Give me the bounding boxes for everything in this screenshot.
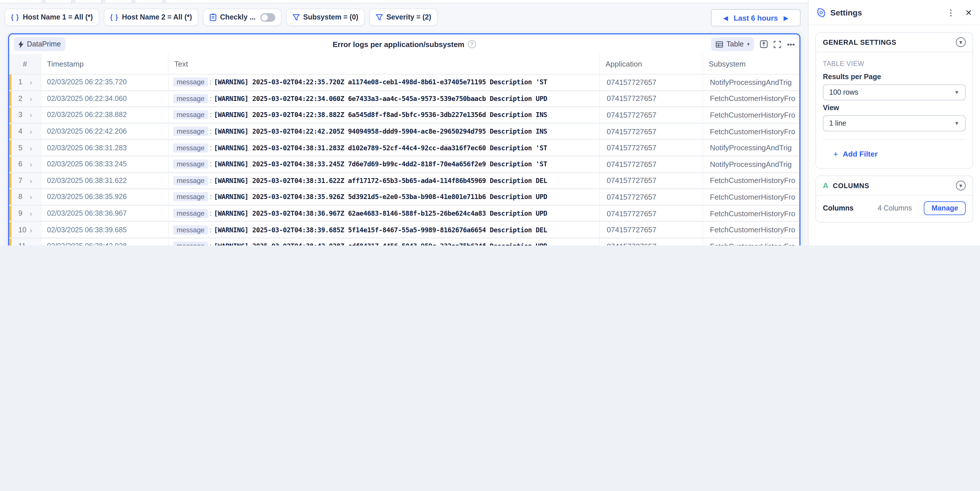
text-fade-overlay	[580, 173, 599, 188]
collapse-section-icon[interactable]: ▼	[956, 37, 966, 47]
time-range-button[interactable]: ◀ Last 6 hours ▶	[711, 9, 800, 26]
table-row[interactable]: 8 › 02/03/2025 06:38:35.926 message : [W…	[9, 189, 799, 206]
clipped-tab	[162, 0, 166, 3]
severity-bar	[9, 173, 11, 188]
widget-header: DataPrime Error logs per application/sub…	[9, 34, 799, 54]
table-row[interactable]: 2 › 02/03/2025 06:22:34.060 message : [W…	[9, 91, 799, 107]
cell-application: 074157727657	[600, 173, 703, 188]
message-key-badge: message	[173, 209, 208, 218]
filter-label: Severity = (2)	[387, 13, 431, 21]
time-prev-icon[interactable]: ◀	[723, 14, 728, 21]
cell-subsystem: FetchCustomerHistoryFro	[703, 222, 799, 238]
table-widget: DataPrime Error logs per application/sub…	[8, 33, 800, 246]
columns-card: A COLUMNS ▼ Columns 4 Columns Manage	[815, 175, 973, 223]
column-header-timestamp[interactable]: Timestamp	[41, 54, 169, 74]
cell-application: 074157727657	[600, 206, 703, 221]
table-row[interactable]: 1 › 02/03/2025 06:22:35.720 message : [W…	[9, 75, 799, 91]
expand-row-icon[interactable]: ›	[30, 160, 32, 168]
a-icon: A	[823, 181, 828, 190]
columns-title: COLUMNS	[833, 182, 869, 190]
table-row[interactable]: 3 › 02/03/2025 06:22:38.882 message : [W…	[9, 107, 799, 124]
message-body: [WARNING] 2025-03-02T04:38:31.622Z aff17…	[214, 177, 547, 185]
message-key-badge: message	[173, 193, 208, 202]
filter-host-name-1[interactable]: { } Host Name 1 = All (*)	[5, 9, 99, 26]
time-next-icon[interactable]: ▶	[784, 14, 788, 21]
expand-row-icon[interactable]: ›	[30, 128, 32, 136]
expand-row-icon[interactable]: ›	[30, 111, 32, 119]
manage-columns-button[interactable]: Manage	[924, 201, 966, 215]
table-row[interactable]: 7 › 02/03/2025 06:38:31.622 message : [W…	[9, 173, 799, 189]
table-row[interactable]: 6 › 02/03/2025 06:38:33.245 message : [W…	[9, 156, 799, 173]
message-body: [WARNING] 2025-03-02T04:22:35.720Z a1174…	[214, 78, 547, 86]
text-fade-overlay	[580, 189, 599, 204]
row-number: 10	[18, 226, 29, 234]
cell-subsystem: NotifyProcessingAndTrig	[703, 75, 799, 90]
colon: :	[210, 95, 212, 103]
table-row[interactable]: 5 › 02/03/2025 06:38:31.283 message : [W…	[9, 140, 799, 156]
text-fade-overlay	[580, 156, 599, 172]
cell-subsystem: FetchCustomerHistoryFro	[703, 206, 799, 221]
columns-count: 4 Columns	[878, 204, 912, 212]
expand-row-icon[interactable]: ›	[30, 144, 32, 152]
filter-severity[interactable]: Severity = (2)	[369, 9, 438, 26]
column-header-subsystem[interactable]: Subsystem	[703, 54, 799, 74]
cell-timestamp: 02/03/2025 06:38:36.967	[41, 206, 169, 221]
filter-subsystem[interactable]: Subsystem = (0)	[286, 9, 364, 26]
cell-subsystem: FetchCustomerHistoryFro	[703, 173, 799, 188]
cell-text: message : [WARNING] 2025-03-02T04:22:34.…	[169, 91, 600, 106]
expand-row-icon[interactable]: ›	[30, 176, 32, 185]
results-per-page-select[interactable]: 100 rows ▼	[823, 84, 966, 100]
cell-subsystem: NotifyProcessingAndTrig	[703, 140, 799, 155]
filter-host-name-2[interactable]: { } Host Name 2 = All (*)	[104, 9, 199, 26]
colon: :	[210, 226, 212, 234]
add-filter-button[interactable]: + Add Filter	[823, 147, 966, 160]
clipped-tab	[131, 0, 136, 3]
collapse-section-icon[interactable]: ▼	[956, 181, 966, 190]
close-icon[interactable]: ✕	[966, 8, 972, 17]
text-fade-overlay	[580, 206, 599, 221]
cell-application: 074157727657	[600, 124, 703, 139]
cell-application: 074157727657	[600, 91, 703, 106]
cell-application: 074157727657	[600, 222, 703, 238]
filter-bar: { } Host Name 1 = All (*) { } Host Name …	[5, 9, 438, 26]
checkly-toggle[interactable]	[260, 13, 275, 22]
cell-application: 074157727657	[600, 239, 703, 246]
title-help-icon[interactable]: ?	[468, 40, 476, 48]
message-key-badge: message	[173, 78, 208, 87]
filter-checkly[interactable]: Checkly ...	[203, 9, 282, 26]
expand-row-icon[interactable]: ›	[30, 94, 32, 103]
export-icon[interactable]	[760, 40, 768, 48]
funnel-icon	[292, 13, 300, 21]
expand-row-icon[interactable]: ›	[30, 193, 32, 201]
cell-subsystem: FetchCustomerHistoryFro	[703, 124, 799, 139]
dataprime-badge-label: DataPrime	[27, 40, 61, 48]
message-body: [WARNING] 2025-03-02T04:22:34.060Z 6e743…	[214, 95, 547, 103]
cell-timestamp: 02/03/2025 06:38:31.283	[41, 140, 169, 155]
expand-row-icon[interactable]: ›	[30, 242, 32, 246]
column-header-num[interactable]: #	[9, 54, 41, 74]
table-row[interactable]: 4 › 02/03/2025 06:22:42.206 message : [W…	[9, 124, 799, 140]
kebab-menu-icon[interactable]: ⋮	[947, 8, 955, 17]
braces-icon: { }	[110, 13, 119, 21]
column-header-text[interactable]: Text	[169, 54, 600, 74]
message-key-badge: message	[173, 241, 208, 246]
table-row[interactable]: 11 › 02/03/2025 06:38:42.028 message : […	[9, 239, 799, 246]
expand-row-icon[interactable]: ›	[30, 226, 32, 234]
view-select[interactable]: 1 line ▼	[823, 115, 966, 131]
view-value: 1 line	[829, 119, 846, 128]
fullscreen-icon[interactable]	[774, 40, 781, 48]
text-fade-overlay	[580, 140, 599, 155]
filter-label: Checkly ...	[220, 13, 256, 21]
view-selector-dropdown[interactable]: Table ▾	[711, 37, 754, 51]
table-row[interactable]: 9 › 02/03/2025 06:38:36.967 message : [W…	[9, 206, 799, 222]
severity-bar	[9, 107, 11, 123]
row-number: 7	[18, 177, 29, 185]
table-row[interactable]: 10 › 02/03/2025 06:38:39.685 message : […	[9, 222, 799, 239]
cell-timestamp: 02/03/2025 06:38:33.245	[41, 156, 169, 172]
expand-row-icon[interactable]: ›	[30, 78, 32, 86]
more-options-icon[interactable]: •••	[787, 40, 795, 48]
expand-row-icon[interactable]: ›	[30, 209, 32, 218]
column-header-application[interactable]: Application	[600, 54, 703, 74]
severity-bar	[9, 189, 11, 204]
cell-application: 074157727657	[600, 107, 703, 123]
